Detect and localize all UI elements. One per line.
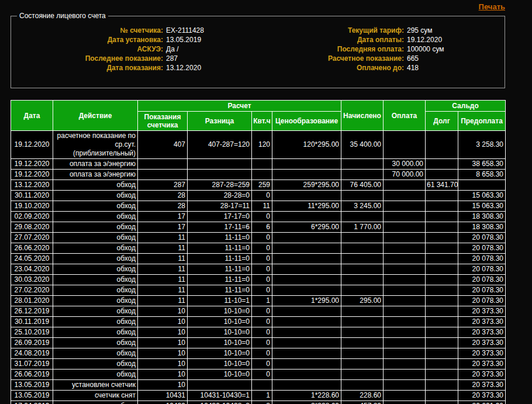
table-cell: 17-11=6 [188, 222, 252, 233]
table-cell: 10-10=0 [188, 370, 252, 380]
table-row: 30.11.2019обход1010-10=0020 373.30 [11, 317, 506, 327]
table-cell: 10 [138, 317, 188, 327]
table-cell [426, 131, 458, 159]
table-cell [426, 338, 458, 348]
table-cell: 10-10=0 [188, 359, 252, 370]
table-cell [426, 317, 458, 327]
table-row: 26.09.2019обход1010-10=0020 373.30 [11, 338, 506, 348]
table-cell: расчетное показание по ср.сут. (приблизи… [53, 131, 138, 159]
table-cell: 11-11=0 [188, 275, 252, 285]
table-cell: 19.10.2020 [11, 201, 53, 212]
table-cell: 19.12.2020 [11, 159, 53, 170]
table-cell: 20 078.30 [458, 243, 506, 254]
table-cell: обход [53, 317, 138, 327]
col-header-payment: Оплата [384, 101, 426, 131]
table-cell [341, 359, 384, 370]
table-row: 30.11.2020обход2828-28=0015 063.30 [11, 191, 506, 201]
account-info-row: Расчетное показание:665 [258, 54, 499, 63]
table-cell [341, 275, 384, 285]
table-cell: 10 [138, 338, 188, 348]
table-cell [426, 370, 458, 380]
table-cell: 10-10=0 [188, 338, 252, 348]
table-cell: обход [53, 338, 138, 348]
table-cell: 11-11=0 [188, 243, 252, 254]
table-cell: 20 373.30 [458, 338, 506, 348]
table-cell [272, 275, 341, 285]
table-row: 27.07.2020обход1111-11=0020 078.30 [11, 233, 506, 243]
table-row: 19.10.2020обход2828-17=111111*295.003 24… [11, 201, 506, 212]
table-cell: 38 658.30 [458, 159, 506, 170]
table-cell: 10 [138, 370, 188, 380]
table-cell: обход [53, 243, 138, 254]
table-cell: 17-17=0 [188, 212, 252, 222]
table-cell: 11 [138, 254, 188, 264]
table-cell: 10 [138, 380, 188, 391]
table-cell [188, 380, 252, 391]
table-cell: 19.12.2020 [11, 170, 53, 180]
table-cell [426, 380, 458, 391]
table-cell [384, 380, 426, 391]
col-header-prepaid: Предоплата [458, 112, 506, 131]
table-cell: 28 [138, 191, 188, 201]
table-cell: 259 [252, 180, 272, 191]
table-cell: 10 [138, 348, 188, 359]
table-cell [272, 233, 341, 243]
col-header-pricing: Ценообразование [272, 112, 341, 131]
table-cell [341, 370, 384, 380]
table-cell: 10-10=0 [188, 306, 252, 317]
table-cell: оплата за э/энергию [53, 170, 138, 180]
table-cell [341, 285, 384, 296]
table-cell: 11 [138, 264, 188, 275]
table-cell: 0 [252, 275, 272, 285]
table-cell: 11 [138, 243, 188, 254]
print-link[interactable]: Печать [479, 2, 505, 11]
table-cell: 2 [252, 401, 272, 404]
table-cell: 1 [252, 391, 272, 401]
billing-history-table: Дата Действие Расчет Начислено Оплата Са… [11, 100, 506, 404]
table-cell: 29.08.2020 [11, 222, 53, 233]
table-cell [384, 306, 426, 317]
table-cell: 120 [252, 131, 272, 159]
table-cell [384, 348, 426, 359]
table-cell [384, 180, 426, 191]
table-cell [426, 401, 458, 404]
col-header-meter: Показания счетчика [138, 112, 188, 131]
table-cell: 15 063.30 [458, 191, 506, 201]
table-row: 19.12.2020расчетное показание по ср.сут.… [11, 131, 506, 159]
table-cell: 30.03.2020 [11, 275, 53, 285]
table-cell [426, 359, 458, 370]
table-cell: 31.07.2019 [11, 359, 53, 370]
account-info-label: Последняя оплата: [258, 44, 404, 54]
table-cell: 1*228.60 [272, 391, 341, 401]
table-cell [384, 285, 426, 296]
account-info-row: Оплачено до:418 [258, 63, 499, 72]
table-cell [341, 254, 384, 264]
col-header-kwt: Квт.ч [252, 112, 272, 131]
table-cell: 20 373.30 [458, 391, 506, 401]
table-cell: 20 078.30 [458, 296, 506, 306]
table-cell: 407-287=120 [188, 131, 252, 159]
account-info-label: № счетчика: [17, 26, 163, 35]
table-cell: 287-28=259 [188, 180, 252, 191]
table-cell: 30.11.2019 [11, 317, 53, 327]
table-cell: 0 [252, 212, 272, 222]
table-cell [426, 264, 458, 275]
account-info-value: 100000 сум [407, 44, 444, 54]
account-info-row: Последнее показание:287 [17, 54, 258, 63]
table-cell: 10-10=0 [188, 327, 252, 338]
table-cell [384, 275, 426, 285]
table-cell [426, 391, 458, 401]
table-cell: 20 373.30 [458, 317, 506, 327]
table-row: 26.06.2019обход1010-10=0020 373.30 [11, 370, 506, 380]
table-cell [426, 243, 458, 254]
table-cell [341, 243, 384, 254]
table-row: 29.08.2020обход1717-11=666*295.001 770.0… [11, 222, 506, 233]
table-cell [188, 159, 252, 170]
account-info-row: № счетчика:EX-2111428 [17, 26, 258, 35]
table-cell: 27.02.2020 [11, 285, 53, 296]
table-cell: 2*228.60 [272, 401, 341, 404]
table-cell: 3 258.30 [458, 131, 506, 159]
table-cell: 30 000.00 [384, 159, 426, 170]
table-cell [272, 285, 341, 296]
table-cell: 407 [138, 131, 188, 159]
